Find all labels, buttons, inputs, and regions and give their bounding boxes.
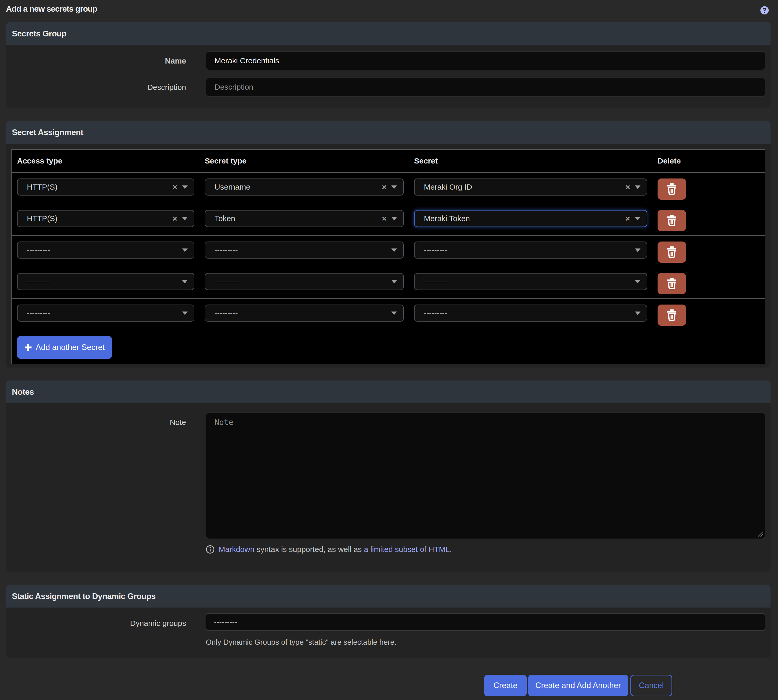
trash-icon — [666, 310, 677, 321]
secret-select[interactable]: --------- — [414, 305, 647, 322]
notes-card: Notes Note Note — [6, 380, 771, 572]
description-placeholder: Description — [215, 83, 253, 92]
secret-type-select[interactable]: --------- — [205, 273, 404, 290]
secret-select[interactable]: Meraki Org ID × — [414, 178, 647, 195]
delete-row-button[interactable] — [658, 305, 686, 326]
create-and-add-another-button[interactable]: Create and Add Another — [528, 675, 628, 697]
chevron-down-icon — [182, 280, 188, 283]
column-header-delete: Delete — [653, 150, 765, 172]
cancel-button[interactable]: Cancel — [630, 675, 672, 697]
create-button[interactable]: Create — [484, 675, 527, 697]
clear-icon[interactable]: × — [625, 183, 630, 191]
help-icon[interactable]: ? — [760, 6, 769, 15]
dynamic-groups-helper: Only Dynamic Groups of type "static" are… — [206, 638, 765, 647]
description-row: Description Description — [12, 77, 765, 97]
clear-icon[interactable]: × — [382, 214, 387, 223]
resize-grip-icon[interactable] — [758, 531, 763, 537]
secret-assignment-table: Access type Secret type Secret Delete HT… — [12, 149, 765, 364]
chevron-down-icon — [635, 185, 641, 189]
name-label: Name — [12, 51, 186, 66]
access-type-select[interactable]: HTTP(S) × — [17, 210, 194, 227]
secret-type-select[interactable]: Username × — [205, 178, 404, 195]
page-title: Add a new secrets group — [6, 3, 97, 14]
secret-row: --------- --------- -- — [12, 267, 765, 299]
secrets-group-card: Secrets Group Name Meraki Credentials De… — [6, 22, 771, 108]
delete-row-button[interactable] — [658, 242, 686, 263]
note-placeholder: Note — [215, 418, 233, 427]
delete-row-button[interactable] — [658, 273, 686, 294]
chevron-down-icon — [182, 217, 188, 220]
secret-select[interactable]: Meraki Token × — [414, 210, 647, 227]
static-assignment-header: Static Assignment to Dynamic Groups — [6, 585, 771, 608]
form-actions: Create Create and Add Another Cancel — [0, 675, 778, 697]
secret-select[interactable]: --------- — [414, 273, 647, 290]
description-input[interactable]: Description — [206, 77, 765, 97]
dynamic-groups-label: Dynamic groups — [12, 613, 186, 628]
markdown-help: Markdown syntax is supported, as well as… — [206, 545, 765, 554]
secrets-group-title: Secrets Group — [12, 29, 67, 38]
secret-assignment-card: Secret Assignment Access type Secret typ… — [6, 121, 771, 368]
page: Add a new secrets group ? Secrets Group … — [0, 0, 778, 700]
secrets-group-header: Secrets Group — [6, 22, 771, 45]
name-row: Name Meraki Credentials — [12, 51, 765, 70]
column-header-secret-type: Secret type — [200, 150, 409, 172]
clear-icon[interactable]: × — [382, 183, 387, 191]
secret-type-select[interactable]: Token × — [205, 210, 404, 227]
delete-row-button[interactable] — [658, 178, 686, 200]
markdown-help-text: Markdown syntax is supported, as well as… — [219, 545, 452, 554]
chevron-down-icon — [391, 217, 397, 220]
trash-icon — [666, 183, 677, 195]
table-header-row: Access type Secret type Secret Delete — [12, 150, 765, 173]
secret-row: --------- --------- -- — [12, 236, 765, 267]
chevron-down-icon — [182, 185, 188, 189]
note-row: Note Note — [12, 413, 765, 554]
chevron-down-icon — [635, 217, 641, 220]
clear-icon[interactable]: × — [172, 214, 177, 223]
chevron-down-icon — [391, 248, 397, 252]
secret-assignment-title: Secret Assignment — [12, 128, 83, 137]
add-another-secret-button[interactable]: Add another Secret — [17, 336, 112, 359]
secret-row: HTTP(S) × Token × — [12, 204, 765, 236]
html-subset-link[interactable]: a limited subset of HTML — [364, 545, 450, 553]
notes-header: Notes — [6, 380, 771, 403]
dynamic-groups-select[interactable]: --------- — [206, 613, 765, 630]
description-label: Description — [12, 77, 186, 92]
secret-assignment-header: Secret Assignment — [6, 121, 771, 143]
note-label: Note — [12, 413, 186, 427]
access-type-select[interactable]: --------- — [17, 242, 194, 258]
markdown-link[interactable]: Markdown — [219, 545, 254, 553]
name-input-value: Meraki Credentials — [215, 56, 279, 65]
static-assignment-title: Static Assignment to Dynamic Groups — [12, 592, 155, 601]
clear-icon[interactable]: × — [625, 214, 630, 223]
access-type-select[interactable]: --------- — [17, 305, 194, 322]
name-input[interactable]: Meraki Credentials — [206, 51, 765, 70]
chevron-down-icon — [391, 312, 397, 315]
dynamic-groups-row: Dynamic groups --------- Only Dynamic Gr… — [12, 613, 765, 647]
clear-icon[interactable]: × — [172, 183, 177, 191]
delete-row-button[interactable] — [658, 210, 686, 231]
trash-icon — [666, 278, 677, 289]
column-header-access-type: Access type — [12, 150, 200, 172]
chevron-down-icon — [391, 185, 397, 189]
secret-type-select[interactable]: --------- — [205, 305, 404, 322]
column-header-secret: Secret — [409, 150, 653, 172]
chevron-down-icon — [635, 312, 641, 315]
secret-type-select[interactable]: --------- — [205, 242, 404, 258]
note-textarea[interactable]: Note — [206, 413, 765, 539]
plus-icon — [24, 343, 32, 351]
secret-row: --------- --------- -- — [12, 299, 765, 330]
static-assignment-card: Static Assignment to Dynamic Groups Dyna… — [6, 585, 771, 658]
chevron-down-icon — [182, 248, 188, 252]
info-icon — [206, 545, 215, 554]
chevron-down-icon — [635, 280, 641, 283]
chevron-down-icon — [391, 280, 397, 283]
chevron-down-icon — [182, 312, 188, 315]
secret-select[interactable]: --------- — [414, 242, 647, 258]
add-secret-row: Add another Secret — [12, 330, 765, 364]
access-type-select[interactable]: --------- — [17, 273, 194, 290]
access-type-select[interactable]: HTTP(S) × — [17, 178, 194, 195]
trash-icon — [666, 215, 677, 226]
trash-icon — [666, 247, 677, 258]
notes-title: Notes — [12, 387, 34, 397]
chevron-down-icon — [635, 248, 641, 252]
